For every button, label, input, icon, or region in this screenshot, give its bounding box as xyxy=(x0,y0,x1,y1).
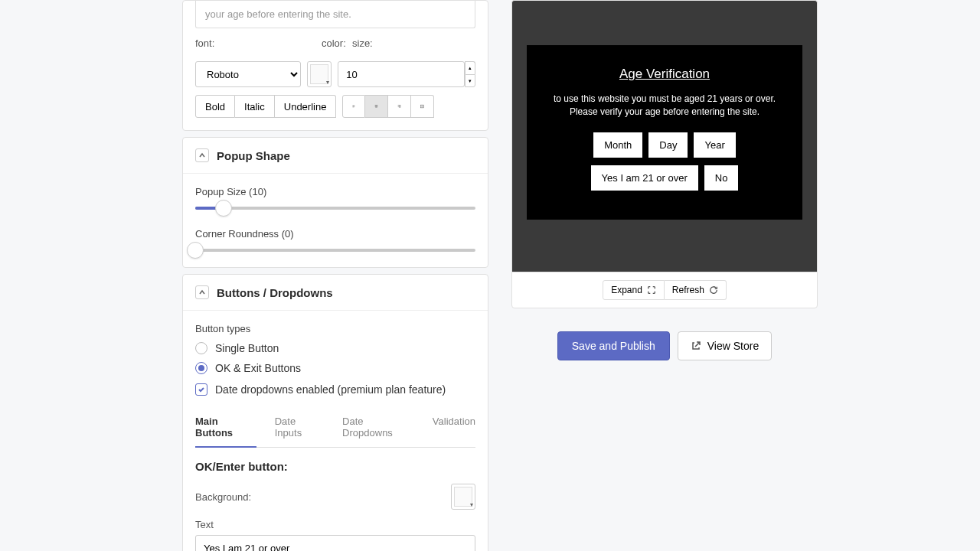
preview-title: Age Verification xyxy=(545,67,784,82)
size-increment[interactable]: ▴ xyxy=(465,61,475,74)
external-link-icon xyxy=(691,341,701,351)
text-style-panel: your age before entering the site. font:… xyxy=(182,0,488,131)
radio-single-label: Single Button xyxy=(215,342,279,354)
radio-ok-exit[interactable]: OK & Exit Buttons xyxy=(195,362,475,374)
underline-button[interactable]: Underline xyxy=(275,95,337,118)
preview-no-button[interactable]: No xyxy=(704,165,739,191)
preview-year-dropdown[interactable]: Year xyxy=(694,132,735,158)
buttons-title: Buttons / Dropdowns xyxy=(217,286,333,299)
ok-text-label: Text xyxy=(195,519,475,530)
preview-day-dropdown[interactable]: Day xyxy=(648,132,688,158)
popup-shape-panel: Popup Shape Popup Size (10) Corner Round… xyxy=(182,137,488,268)
ok-bg-color-picker[interactable]: ▾ xyxy=(451,484,475,510)
preview-body: to use this website you must be aged 21 … xyxy=(545,93,784,119)
popup-size-label: Popup Size (10) xyxy=(195,186,475,197)
tab-validation[interactable]: Validation xyxy=(433,408,475,448)
slider-thumb[interactable] xyxy=(187,242,204,259)
bold-button[interactable]: Bold xyxy=(195,95,235,118)
preview-month-dropdown[interactable]: Month xyxy=(593,132,642,158)
save-publish-button[interactable]: Save and Publish xyxy=(557,331,670,360)
view-store-button[interactable]: View Store xyxy=(678,331,772,360)
preview-canvas: Age Verification to use this website you… xyxy=(511,0,818,272)
date-dropdowns-label: Date dropdowns enabled (premium plan fea… xyxy=(215,383,446,396)
preview-popup: Age Verification to use this website you… xyxy=(527,45,802,220)
corner-roundness-label: Corner Roundness (0) xyxy=(195,228,475,240)
align-center-button[interactable] xyxy=(365,95,388,118)
radio-single-button[interactable]: Single Button xyxy=(195,342,475,354)
expand-icon xyxy=(647,285,656,295)
body-text-field-truncated[interactable]: your age before entering the site. xyxy=(195,1,475,28)
preview-yes-button[interactable]: Yes I am 21 or over xyxy=(591,165,698,191)
align-right-button[interactable] xyxy=(388,95,411,118)
refresh-icon xyxy=(709,285,718,295)
refresh-button[interactable]: Refresh xyxy=(665,280,727,300)
tab-date-inputs[interactable]: Date Inputs xyxy=(275,408,324,448)
align-left-button[interactable] xyxy=(342,95,365,118)
color-picker[interactable]: ▾ xyxy=(307,61,332,87)
shape-title: Popup Shape xyxy=(217,149,290,162)
ok-button-heading: OK/Enter button: xyxy=(195,460,475,473)
corner-roundness-slider[interactable] xyxy=(195,249,475,252)
ok-text-input[interactable] xyxy=(195,535,475,551)
font-select[interactable]: Roboto xyxy=(195,61,301,87)
expand-button[interactable]: Expand xyxy=(603,280,665,300)
tab-main-buttons[interactable]: Main Buttons xyxy=(195,408,256,448)
date-dropdowns-checkbox[interactable]: Date dropdowns enabled (premium plan fea… xyxy=(195,383,475,396)
italic-button[interactable]: Italic xyxy=(235,95,275,118)
buttons-dropdowns-panel: Buttons / Dropdowns Button types Single … xyxy=(182,274,488,551)
tab-date-dropdowns[interactable]: Date Dropdowns xyxy=(342,408,414,448)
font-label: font: xyxy=(195,37,315,49)
size-input[interactable] xyxy=(338,61,465,87)
size-label: size: xyxy=(352,37,373,49)
radio-ok-exit-label: OK & Exit Buttons xyxy=(215,362,301,374)
popup-size-slider[interactable] xyxy=(195,207,475,210)
size-decrement[interactable]: ▾ xyxy=(465,74,475,87)
background-label: Background: xyxy=(195,491,251,503)
button-tabs: Main Buttons Date Inputs Date Dropdowns … xyxy=(195,408,475,448)
preview-toolbar: Expand Refresh xyxy=(511,272,818,308)
collapse-icon[interactable] xyxy=(195,148,209,162)
slider-thumb[interactable] xyxy=(215,200,232,217)
color-label: color: xyxy=(322,37,346,49)
collapse-icon[interactable] xyxy=(195,285,209,299)
button-types-label: Button types xyxy=(195,323,475,334)
align-justify-button[interactable] xyxy=(411,95,434,118)
